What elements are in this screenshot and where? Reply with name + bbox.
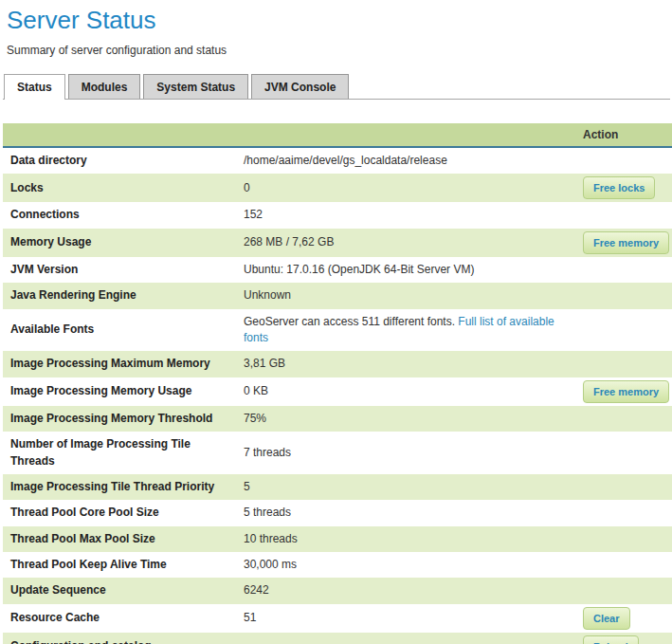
action-column-header: Action bbox=[575, 123, 672, 147]
table-row: Thread Pool Keep Alive Time30,000 ms bbox=[3, 552, 672, 578]
row-action-cell bbox=[575, 351, 672, 377]
row-action-cell bbox=[575, 578, 672, 603]
row-action-cell bbox=[575, 309, 672, 352]
label-column-header bbox=[3, 123, 243, 147]
row-label: Data directory bbox=[3, 147, 243, 174]
table-row: Resource Cache51Clear bbox=[3, 604, 672, 633]
row-label: Configuration and catalog bbox=[3, 633, 243, 644]
table-row: Java Rendering EngineUnknown bbox=[3, 283, 672, 308]
value-column-header bbox=[243, 123, 575, 147]
tab-bar: StatusModulesSystem StatusJVM Console bbox=[3, 74, 670, 100]
row-label: Thread Pool Core Pool Size bbox=[3, 500, 243, 525]
row-action-cell bbox=[575, 406, 672, 432]
row-value: 0 KB bbox=[243, 377, 575, 406]
row-label: Thread Pool Keep Alive Time bbox=[3, 552, 243, 578]
row-label: Memory Usage bbox=[3, 229, 243, 257]
table-row: Connections152 bbox=[3, 202, 672, 228]
row-value: 268 MB / 7,62 GB bbox=[243, 229, 575, 257]
resource-cache-clear-button[interactable]: Clear bbox=[583, 607, 630, 630]
tab-status[interactable]: Status bbox=[4, 74, 65, 100]
row-action-cell bbox=[575, 283, 672, 308]
row-value: /home/aaime/devel/gs_localdata/release bbox=[243, 147, 575, 174]
row-action-cell bbox=[575, 474, 672, 500]
row-action-cell: Free memory bbox=[575, 377, 672, 406]
row-label: Image Processing Memory Usage bbox=[3, 377, 243, 406]
tab-jvm-console[interactable]: JVM Console bbox=[251, 74, 349, 99]
row-value: GeoServer can access 511 different fonts… bbox=[243, 309, 575, 352]
table-row: Image Processing Memory Threshold75% bbox=[3, 406, 672, 432]
table-row: Number of Image Processing Tile Threads7… bbox=[3, 432, 672, 474]
row-value: 30,000 ms bbox=[243, 552, 575, 578]
row-value: 0 bbox=[243, 174, 575, 202]
row-action-cell: Clear bbox=[575, 604, 672, 633]
row-label: Locks bbox=[3, 174, 243, 202]
tab-modules[interactable]: Modules bbox=[68, 74, 141, 99]
row-label: Image Processing Tile Thread Priority bbox=[3, 474, 243, 500]
page-title: Server Status bbox=[7, 6, 670, 35]
row-action-cell: Free locks bbox=[575, 174, 672, 202]
table-row: JVM VersionUbuntu: 17.0.16 (OpenJDK 64-B… bbox=[3, 257, 672, 283]
row-action-cell: Reload bbox=[575, 633, 672, 644]
tab-system-status[interactable]: System Status bbox=[143, 74, 248, 99]
row-label: Number of Image Processing Tile Threads bbox=[3, 432, 243, 474]
row-label: Connections bbox=[3, 202, 243, 228]
row-label: Image Processing Memory Threshold bbox=[3, 406, 243, 432]
locks-free-locks-button[interactable]: Free locks bbox=[583, 176, 655, 199]
table-row: Available FontsGeoServer can access 511 … bbox=[3, 309, 672, 352]
table-row: Memory Usage268 MB / 7,62 GBFree memory bbox=[3, 229, 672, 257]
table-row: Locks0Free locks bbox=[3, 174, 672, 202]
row-value: Ubuntu: 17.0.16 (OpenJDK 64-Bit Server V… bbox=[243, 257, 575, 283]
row-value bbox=[243, 633, 575, 644]
page: Server Status Summary of server configur… bbox=[0, 0, 672, 644]
status-table: Action Data directory/home/aaime/devel/g… bbox=[3, 123, 672, 644]
row-label: Java Rendering Engine bbox=[3, 283, 243, 308]
row-action-cell bbox=[575, 432, 672, 474]
row-label: Available Fonts bbox=[3, 309, 243, 352]
configuration-and-catalog-reload-button[interactable]: Reload bbox=[583, 635, 639, 644]
page-subtitle: Summary of server configuration and stat… bbox=[7, 44, 670, 57]
memory-usage-free-memory-button[interactable]: Free memory bbox=[583, 231, 669, 254]
row-action-cell bbox=[575, 257, 672, 283]
row-action-cell: Free memory bbox=[575, 229, 672, 257]
row-action-cell bbox=[575, 526, 672, 552]
table-row: Update Sequence6242 bbox=[3, 578, 672, 603]
row-value: 152 bbox=[243, 202, 575, 228]
row-action-cell bbox=[575, 147, 672, 174]
row-value: 3,81 GB bbox=[243, 351, 575, 377]
table-row: Image Processing Maximum Memory3,81 GB bbox=[3, 351, 672, 377]
row-value: 6242 bbox=[243, 578, 575, 603]
table-row: Thread Pool Core Pool Size5 threads bbox=[3, 500, 672, 525]
row-label: Update Sequence bbox=[3, 578, 243, 603]
table-row: Thread Pool Max Pool Size10 threads bbox=[3, 526, 672, 552]
table-header-row: Action bbox=[3, 123, 672, 147]
row-value: 51 bbox=[243, 604, 575, 633]
table-row: Configuration and catalogReload bbox=[3, 633, 672, 644]
row-value: Unknown bbox=[243, 283, 575, 308]
row-action-cell bbox=[575, 202, 672, 228]
row-value: 7 threads bbox=[243, 432, 575, 474]
available-fonts-link[interactable]: Full list of available fonts bbox=[244, 315, 554, 344]
row-action-cell bbox=[575, 500, 672, 525]
row-label: JVM Version bbox=[3, 257, 243, 283]
row-value: 10 threads bbox=[243, 526, 575, 552]
row-value: 5 bbox=[243, 474, 575, 500]
table-row: Data directory/home/aaime/devel/gs_local… bbox=[3, 147, 672, 174]
table-row: Image Processing Memory Usage0 KBFree me… bbox=[3, 377, 672, 406]
image-processing-memory-usage-free-memory-button[interactable]: Free memory bbox=[583, 380, 669, 403]
row-value: 5 threads bbox=[243, 500, 575, 525]
row-label: Resource Cache bbox=[3, 604, 243, 633]
row-label: Thread Pool Max Pool Size bbox=[3, 526, 243, 552]
row-value: 75% bbox=[243, 406, 575, 432]
row-action-cell bbox=[575, 552, 672, 578]
table-row: Image Processing Tile Thread Priority5 bbox=[3, 474, 672, 500]
row-label: Image Processing Maximum Memory bbox=[3, 351, 243, 377]
